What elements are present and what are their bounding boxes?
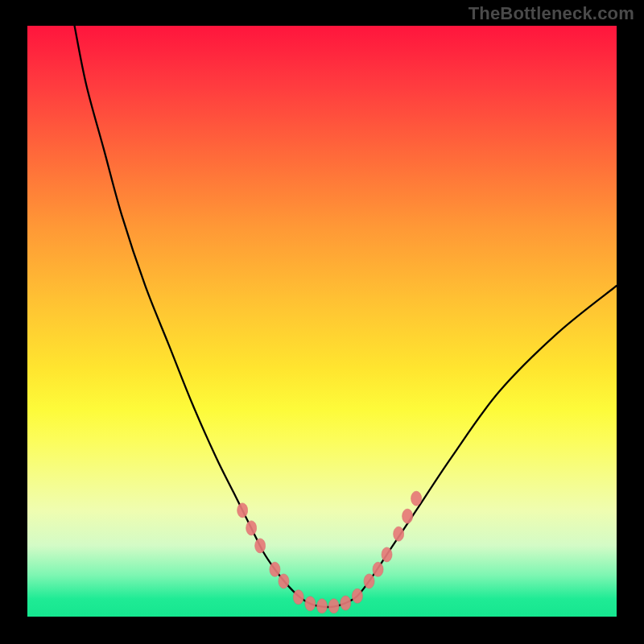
curve-marker bbox=[394, 526, 404, 541]
curve-marker bbox=[270, 562, 280, 576]
curve-marker bbox=[255, 539, 266, 553]
curve-marker bbox=[305, 597, 316, 611]
curve-marker bbox=[402, 509, 413, 523]
plot-area bbox=[27, 26, 617, 617]
chart-frame: TheBottleneck.com bbox=[0, 0, 644, 644]
chart-svg bbox=[27, 26, 617, 617]
curve-marker bbox=[352, 588, 362, 603]
curve-marker bbox=[364, 574, 374, 588]
curve-marker bbox=[317, 599, 328, 613]
curve-marker bbox=[279, 574, 289, 588]
curve-marker bbox=[341, 596, 351, 610]
curve-marker bbox=[373, 562, 383, 576]
curve-markers bbox=[237, 491, 422, 613]
curve-marker bbox=[293, 590, 303, 605]
curve-marker bbox=[328, 599, 339, 613]
watermark-text: TheBottleneck.com bbox=[469, 3, 634, 24]
curve-marker bbox=[382, 547, 392, 562]
curve-marker bbox=[411, 491, 422, 506]
curve-marker bbox=[237, 503, 248, 518]
curve-marker bbox=[246, 521, 257, 535]
bottleneck-curve bbox=[75, 26, 617, 607]
